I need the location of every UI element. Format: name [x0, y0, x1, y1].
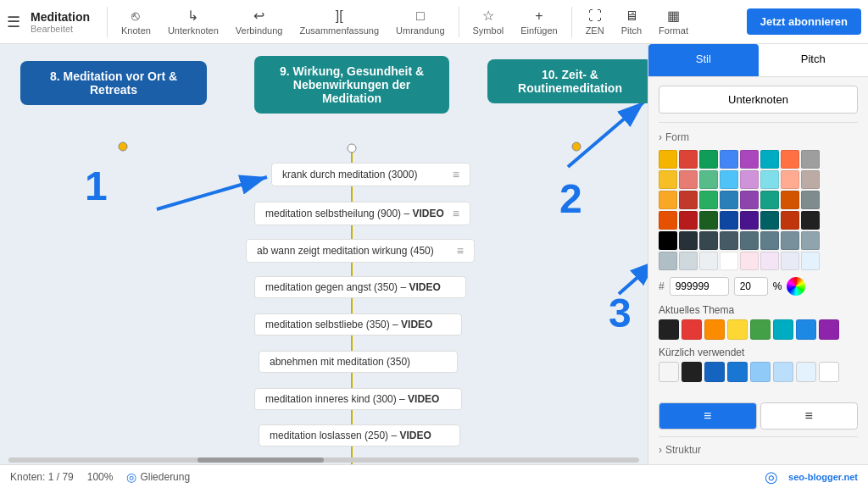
toolbar-umrandung[interactable]: □ Umrandung — [389, 8, 451, 36]
subscribe-button[interactable]: Jetzt abonnieren — [747, 8, 861, 35]
color-cell[interactable] — [740, 150, 759, 169]
color-cell[interactable] — [699, 150, 718, 169]
recent-color-cell[interactable] — [704, 362, 725, 382]
theme-color-cell[interactable] — [773, 319, 793, 340]
color-cell[interactable] — [720, 252, 738, 270]
subitem-1-menu-icon[interactable]: ≡ — [453, 168, 459, 181]
recent-color-cell[interactable] — [796, 362, 816, 382]
color-cell[interactable] — [740, 170, 759, 189]
theme-color-cell[interactable] — [727, 319, 748, 340]
toolbar-pitch-label: Pitch — [621, 25, 642, 36]
color-cell[interactable] — [760, 252, 779, 270]
toolbar-zen[interactable]: ⛶ ZEN — [579, 8, 611, 36]
node-9[interactable]: 9. Wirkung, Gesundheit & Nebenwirkungen … — [254, 56, 449, 114]
color-cell[interactable] — [720, 170, 738, 189]
subitem-4[interactable]: meditation gegen angst (350) – VIDEO — [254, 276, 466, 298]
color-cell[interactable] — [781, 170, 799, 189]
toolbar-unterknoten[interactable]: ↳ Unterknoten — [161, 8, 225, 36]
color-cell[interactable] — [659, 150, 677, 169]
subitem-8[interactable]: meditation loslassen (250) – VIDEO — [259, 424, 460, 446]
color-cell[interactable] — [699, 252, 718, 270]
align-right-button[interactable]: ≡ — [760, 402, 859, 430]
recent-color-cell[interactable] — [727, 362, 748, 382]
subitem-6[interactable]: abnehmen mit meditation (350) — [259, 351, 458, 373]
toolbar-format[interactable]: ▦ Format — [652, 8, 695, 36]
color-cell[interactable] — [760, 191, 779, 209]
unterknoten-button[interactable]: Unterknoten — [659, 86, 858, 114]
color-cell[interactable] — [801, 191, 820, 209]
color-cell[interactable] — [781, 252, 799, 270]
subitem-2[interactable]: meditation selbstheilung (900) – VIDEO ≡ — [254, 202, 470, 225]
color-cell[interactable] — [740, 231, 759, 250]
color-cell[interactable] — [679, 252, 698, 270]
subitem-3-menu-icon[interactable]: ≡ — [457, 244, 464, 258]
menu-icon[interactable]: ☰ — [7, 13, 20, 31]
color-cell[interactable] — [760, 211, 779, 230]
color-cell[interactable] — [699, 231, 718, 250]
toolbar-symbol[interactable]: ☆ Symbol — [466, 8, 511, 36]
color-cell[interactable] — [659, 231, 677, 250]
color-cell[interactable] — [781, 150, 799, 169]
toolbar-zusammenfassung[interactable]: ][ Zusammenfassung — [292, 8, 386, 36]
recent-color-cell[interactable] — [659, 362, 679, 382]
color-cell[interactable] — [781, 211, 799, 230]
node-10[interactable]: 10. Zeit- & Routinemeditation — [487, 59, 648, 103]
recent-color-cell[interactable] — [819, 362, 839, 382]
color-cell[interactable] — [801, 150, 820, 169]
color-cell[interactable] — [801, 211, 820, 230]
subitem-7[interactable]: meditation inneres kind (300) – VIDEO — [254, 388, 462, 410]
tab-pitch[interactable]: Pitch — [759, 44, 869, 76]
subitem-3[interactable]: ab wann zeigt meditation wirkung (450) ≡ — [246, 239, 475, 263]
color-cell[interactable] — [801, 170, 820, 189]
theme-color-cell[interactable] — [682, 319, 702, 340]
recent-color-cell[interactable] — [682, 362, 702, 382]
color-cell[interactable] — [679, 191, 698, 209]
color-cell[interactable] — [801, 252, 820, 270]
color-opacity-input[interactable] — [734, 277, 768, 296]
theme-color-cell[interactable] — [796, 319, 816, 340]
tab-stil[interactable]: Stil — [648, 44, 759, 76]
toolbar-einfuegen[interactable]: + Einfügen — [514, 8, 564, 36]
subitem-1[interactable]: krank durch meditation (3000) ≡ — [271, 163, 470, 186]
color-cell[interactable] — [740, 252, 759, 270]
color-cell[interactable] — [679, 231, 698, 250]
color-cell[interactable] — [659, 211, 677, 230]
color-cell[interactable] — [659, 252, 677, 270]
color-cell[interactable] — [679, 170, 698, 189]
toolbar-knoten[interactable]: ⎋ Knoten — [114, 8, 158, 36]
color-cell[interactable] — [699, 170, 718, 189]
color-cell[interactable] — [760, 170, 779, 189]
color-cell[interactable] — [760, 231, 779, 250]
color-cell[interactable] — [699, 211, 718, 230]
theme-color-cell[interactable] — [704, 319, 725, 340]
node-8[interactable]: 8. Meditation vor Ort & Retreats — [20, 61, 207, 105]
theme-color-cell[interactable] — [750, 319, 771, 340]
color-hex-input[interactable] — [670, 277, 729, 296]
color-cell[interactable] — [781, 231, 799, 250]
color-cell[interactable] — [679, 211, 698, 230]
color-cell[interactable] — [720, 150, 738, 169]
recent-color-cell[interactable] — [773, 362, 793, 382]
subitem-5[interactable]: meditation selbstliebe (350) – VIDEO — [254, 313, 462, 336]
color-cell[interactable] — [781, 191, 799, 209]
color-cell[interactable] — [740, 211, 759, 230]
color-cell[interactable] — [679, 150, 698, 169]
theme-color-cell[interactable] — [659, 319, 679, 340]
subitem-2-menu-icon[interactable]: ≡ — [453, 207, 459, 220]
toolbar-symbol-label: Symbol — [473, 25, 504, 36]
align-left-button[interactable]: ≡ — [659, 402, 757, 430]
color-wheel[interactable] — [787, 277, 805, 296]
color-cell[interactable] — [720, 231, 738, 250]
toolbar-pitch[interactable]: 🖥 Pitch — [615, 8, 648, 36]
color-cell[interactable] — [720, 191, 738, 209]
color-cell[interactable] — [659, 170, 677, 189]
toolbar-verbindung[interactable]: ↩ Verbindung — [229, 8, 290, 36]
color-cell[interactable] — [720, 211, 738, 230]
color-cell[interactable] — [760, 150, 779, 169]
theme-color-cell[interactable] — [819, 319, 839, 340]
color-cell[interactable] — [801, 231, 820, 250]
color-cell[interactable] — [659, 191, 677, 209]
color-cell[interactable] — [740, 191, 759, 209]
recent-color-cell[interactable] — [750, 362, 771, 382]
color-cell[interactable] — [699, 191, 718, 209]
